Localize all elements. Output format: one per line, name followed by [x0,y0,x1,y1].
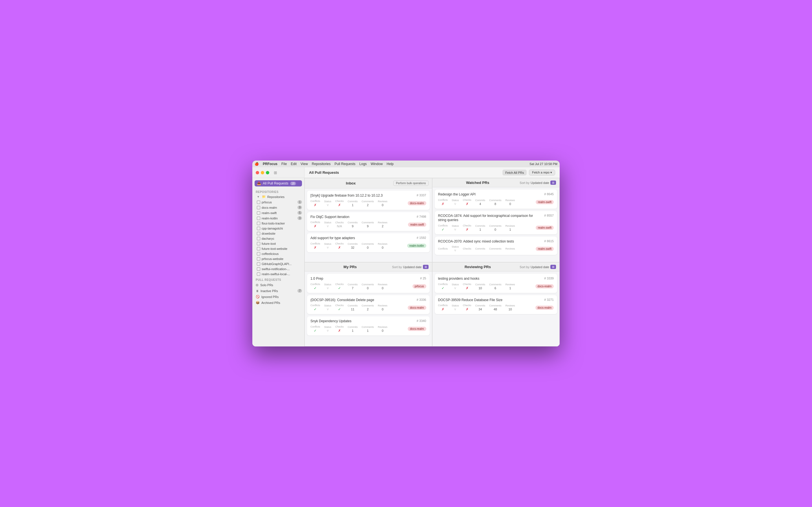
status-col: Status ⑂ [452,199,459,206]
reviewing-sort-button[interactable]: ⊞ [550,265,556,269]
pr-title: Snyk Dependency Updates [310,319,414,324]
sidebar-item-future-toot[interactable]: future-toot [252,241,304,246]
repo-tag: docs-realm [536,284,554,288]
sidebar-item-repositories-folder[interactable]: ▼ 📁 Repositories [252,194,304,200]
repo-name: future-toot-website [262,247,287,250]
pr-card[interactable]: testing providers and hooks # 3339 Confl… [435,274,557,293]
pr-columns: Conflicts ✓ Status ⑂ Checks [438,224,515,231]
prs-section-header: Pull Requests [252,277,304,282]
comments-label: Comments [362,200,374,203]
repo-name: GitHubGraphQLAPI... [262,262,292,266]
reviews-col: Reviews 0 [506,199,515,206]
repo-name: cpp-tamagotchi [262,227,283,230]
comments-col: Comments 0 [362,242,374,249]
sidebar-item-prfocus[interactable]: prfocus 1 [252,200,304,205]
pr-number: # 3340 [417,319,426,323]
pr-number: # 1592 [417,236,426,239]
pr-card[interactable]: (DOCSP-39516): Consolidate Delete page #… [307,295,430,314]
repo-name: coffeelicious [262,252,278,256]
watched-sort-button[interactable]: ⊞ [550,180,556,185]
menu-pull-requests[interactable]: Pull Requests [335,162,356,166]
pr-card[interactable]: RCOCOA-1874: Add support for lexicograph… [435,211,557,234]
reviews-label: Reviews [378,242,388,245]
conflicts-col: Conflicts ✗ [310,242,320,249]
checks-value: N/A [337,224,342,228]
close-button[interactable] [256,171,259,174]
inbox-title: Inbox [308,181,393,185]
sidebar-item-dcwebsite[interactable]: dcwebsite [252,231,304,236]
my-prs-sort-button[interactable]: ⊞ [423,265,428,269]
repo-icon [257,252,260,256]
sidebar-item-docs-realm[interactable]: docs-realm 9 [252,205,304,210]
pr-card[interactable]: 1.0 Prep # 25 Conflicts ✓ [307,274,430,293]
sidebar-item-dacharyc[interactable]: dacharyc [252,236,304,241]
sort-label: Sort by [520,181,529,184]
checks-label: Checks [463,247,471,250]
menu-logs[interactable]: Logs [359,162,367,166]
sidebar-item-swiftui-notification[interactable]: swiftui-notification-... [252,267,304,272]
pr-card[interactable]: Redesign the Logger API # 8645 Conflicts… [435,189,557,209]
menu-edit[interactable]: Edit [291,162,297,166]
status-label: Status [452,283,459,286]
conflicts-value: ✗ [314,224,317,228]
pr-card[interactable]: [Snyk] Upgrade firebase from 10.12.2 to … [307,191,430,210]
pr-card[interactable]: RCOCOA-2070: Added sync mixed collection… [435,237,557,255]
maximize-button[interactable] [266,171,269,174]
status-value: ⑂ [327,203,329,207]
sidebar-item-inactive-prs[interactable]: ⏸ Inactive PRs 7 [252,288,304,294]
watched-panel-content: Redesign the Logger API # 8645 Conflicts… [433,187,560,262]
conflicts-label: Conflicts [310,304,320,307]
pr-card[interactable]: Snyk Dependency Updates # 3340 Conflicts… [307,316,430,335]
bulk-operations-button[interactable]: Perform bulk operations [393,180,428,186]
menu-window[interactable]: Window [371,162,383,166]
comments-col: Comments 2 [362,200,374,207]
comments-value: 0 [367,286,368,290]
sidebar-item-realm-kotlin[interactable]: realm-kotlin 3 [252,216,304,221]
fetch-all-prs-button[interactable]: Fetch All PRs [502,170,527,175]
status-label: Status [324,283,332,286]
menu-file[interactable]: File [282,162,287,166]
pr-title: Add support for type adapters [310,236,414,240]
commits-col: Commits 9 [348,221,358,228]
checks-col: Checks ✗ [463,224,471,231]
commits-value: 7 [352,286,354,290]
pr-card[interactable]: Add support for type adapters # 1592 Con… [307,233,430,252]
sidebar-item-archived-prs[interactable]: 📦 Archived PRs [252,300,304,305]
sidebar-item-ignored-prs[interactable]: 🚫 Ignored PRs [252,294,304,300]
status-col: Status ⑂ [324,304,332,311]
fetch-repo-button[interactable]: Fetch a repo ▾ [529,170,555,175]
conflicts-col: Conflicts ✓ [310,304,320,311]
sidebar-item-future-toot-website[interactable]: future-toot-website [252,246,304,251]
sidebar-item-realm-swiftui[interactable]: realm-swiftui-local-... [252,272,304,277]
sidebar-item-coffeelicious[interactable]: coffeelicious [252,251,304,256]
sidebar-item-cpp[interactable]: cpp-tamagotchi [252,226,304,231]
repo-icon [257,242,260,245]
sidebar-item-realm-swift[interactable]: realm-swift 5 [252,210,304,216]
sidebar-all-prs[interactable]: 📥 All Pull Requests 18 [255,180,302,186]
pr-number: # 3271 [544,298,554,301]
sort-value: Updated date [403,265,421,269]
commits-label: Commits [348,221,358,224]
checks-label: Checks [335,242,344,245]
sidebar-item-ftxui[interactable]: ftxui-todo-tracker [252,221,304,226]
main-content: All Pull Requests Fetch All PRs Fetch a … [305,167,560,346]
comments-value: 2 [367,203,368,207]
reviews-label: Reviews [378,283,388,286]
pr-card[interactable]: Fix ObjC Support iteration # 7498 Confli… [307,212,430,231]
all-prs-label: All Pull Requests [263,181,289,185]
menu-view[interactable]: View [301,162,308,166]
my-prs-title: My PRs [308,265,392,269]
pr-card[interactable]: DOCSP-39509 Reduce Database File Size # … [435,295,557,314]
panels-grid: Inbox Perform bulk operations [Snyk] Upg… [305,178,560,346]
minimize-button[interactable] [261,171,264,174]
comments-label: Comments [489,304,502,307]
sidebar-item-githubgraphql[interactable]: GitHubGraphQLAPI... [252,262,304,267]
sidebar-item-solo-prs[interactable]: ◎ Solo PRs [252,282,304,288]
comments-value: 9 [367,224,368,228]
pr-title: [Snyk] Upgrade firebase from 10.12.2 to … [310,193,414,198]
menu-repositories[interactable]: Repositories [312,162,331,166]
conflicts-col: Conflicts ✗ [438,199,448,206]
menu-help[interactable]: Help [387,162,394,166]
pr-title: RCOCOA-2070: Added sync mixed collection… [438,239,542,244]
sidebar-item-prfocus-website[interactable]: prfocus-website [252,256,304,262]
